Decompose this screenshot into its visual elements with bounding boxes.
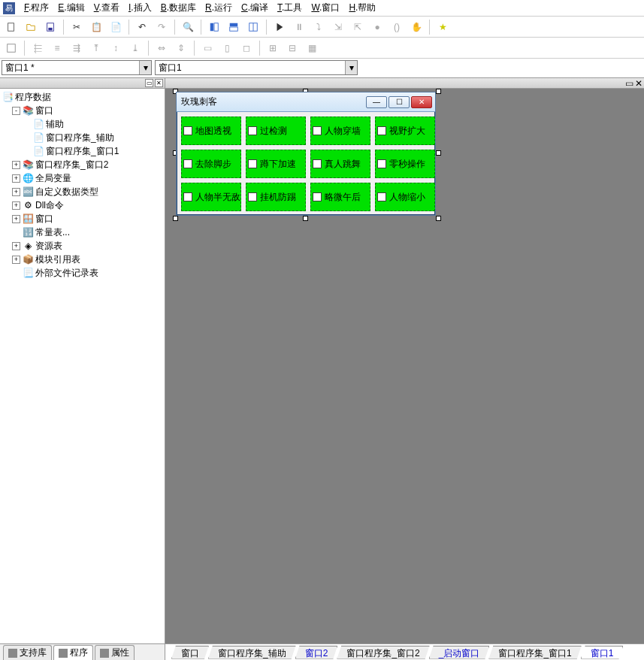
tree-item[interactable]: +🌐全局变量 bbox=[2, 171, 163, 185]
panel-close-icon[interactable]: ✕ bbox=[635, 78, 642, 89]
expand-icon[interactable]: + bbox=[12, 188, 20, 196]
expand-icon[interactable]: + bbox=[12, 201, 20, 210]
collapse-icon[interactable]: - bbox=[12, 107, 20, 115]
align1-icon[interactable] bbox=[3, 40, 20, 56]
checkbox-control[interactable]: 人物穿墙 bbox=[310, 117, 370, 145]
checkbox-icon[interactable] bbox=[377, 126, 386, 135]
panel-pin-icon[interactable]: ▭ bbox=[145, 79, 153, 87]
checkbox-icon[interactable] bbox=[377, 159, 386, 168]
bp-icon[interactable]: ● bbox=[369, 19, 385, 35]
expand-icon[interactable]: + bbox=[12, 161, 20, 169]
menu-item[interactable]: F.程序 bbox=[20, 1, 53, 14]
cut-icon[interactable]: ✂ bbox=[68, 19, 85, 35]
menu-item[interactable]: R.运行 bbox=[201, 1, 237, 14]
resize-handle[interactable] bbox=[303, 216, 308, 221]
checkbox-control[interactable]: 零秒操作 bbox=[375, 150, 435, 178]
editor-tab[interactable]: 窗口2 bbox=[295, 646, 338, 659]
layout1-icon[interactable] bbox=[206, 19, 222, 35]
editor-tab[interactable]: 窗口程序集_辅助 bbox=[208, 646, 296, 659]
checkbox-icon[interactable] bbox=[248, 159, 257, 168]
resize-handle[interactable] bbox=[436, 150, 441, 156]
pause-icon[interactable]: ⏸ bbox=[291, 19, 307, 35]
checkbox-control[interactable]: 去除脚步 bbox=[181, 150, 241, 178]
checkbox-icon[interactable] bbox=[183, 126, 192, 135]
redo-icon[interactable]: ↷ bbox=[153, 19, 170, 35]
copy-icon[interactable]: 📋 bbox=[88, 19, 104, 35]
tree-item[interactable]: +◈资源表 bbox=[2, 239, 163, 253]
left-tab[interactable]: 支持库 bbox=[3, 645, 52, 660]
checkbox-icon[interactable] bbox=[377, 192, 386, 201]
build-icon[interactable]: ★ bbox=[434, 19, 451, 35]
hand-icon[interactable]: ✋ bbox=[408, 19, 425, 35]
editor-tab[interactable]: 窗口程序集_窗口2 bbox=[337, 646, 429, 659]
run-icon[interactable] bbox=[271, 19, 288, 35]
open-icon[interactable] bbox=[23, 19, 39, 35]
tree-item[interactable]: 📃外部文件记录表 bbox=[2, 266, 163, 280]
menu-item[interactable]: I.插入 bbox=[124, 1, 156, 14]
tree-item[interactable]: +📚窗口程序集_窗口2 bbox=[2, 158, 163, 171]
checkbox-control[interactable]: 地图透视 bbox=[181, 117, 241, 145]
tree-item[interactable]: +⚙Dll命令 bbox=[2, 198, 163, 212]
step-into-icon[interactable]: ⇲ bbox=[330, 19, 346, 35]
checkbox-control[interactable]: 真人跳舞 bbox=[310, 150, 370, 178]
editor-tab[interactable]: 窗口1 bbox=[581, 646, 624, 659]
tree-root[interactable]: 📑 程序数据 bbox=[2, 90, 163, 104]
checkbox-control[interactable]: 略微午后 bbox=[310, 183, 370, 211]
left-tab[interactable]: 程序 bbox=[53, 645, 93, 660]
paste-icon[interactable]: 📄 bbox=[107, 19, 124, 35]
dropdown-arrow-icon[interactable]: ▾ bbox=[139, 61, 151, 74]
checkbox-control[interactable]: 人物缩小 bbox=[375, 183, 435, 211]
tree-item[interactable]: +📦模块引用表 bbox=[2, 253, 163, 266]
undo-icon[interactable]: ↶ bbox=[134, 19, 150, 35]
checkbox-icon[interactable] bbox=[248, 192, 257, 201]
maximize-icon[interactable]: ☐ bbox=[389, 96, 410, 108]
expand-icon[interactable]: + bbox=[12, 174, 20, 183]
checkbox-control[interactable]: 人物半无敌 bbox=[181, 183, 241, 211]
minimize-icon[interactable]: — bbox=[366, 96, 387, 108]
tree-item[interactable]: +🔤自定义数据类型 bbox=[2, 185, 163, 198]
dropdown-arrow-icon[interactable]: ▾ bbox=[345, 61, 357, 74]
tree-item[interactable]: 📄辅助 bbox=[2, 117, 163, 131]
panel-pin-icon[interactable]: ▭ bbox=[625, 78, 633, 89]
checkbox-icon[interactable] bbox=[313, 126, 322, 135]
menu-item[interactable]: B.数据库 bbox=[156, 1, 201, 14]
checkbox-control[interactable]: 视野扩大 bbox=[375, 117, 435, 145]
step-over-icon[interactable]: ⤵ bbox=[310, 19, 327, 35]
layout2-icon[interactable] bbox=[225, 19, 242, 35]
new-icon[interactable] bbox=[3, 19, 20, 35]
menu-item[interactable]: E.编辑 bbox=[53, 1, 89, 14]
design-surface[interactable]: 玫瑰刺客 — ☐ ✕ 地图透视过检测人物穿墙视野扩大去除脚步蹲下加速真人跳舞零秒… bbox=[165, 89, 644, 643]
find-icon[interactable]: 🔍 bbox=[180, 19, 196, 35]
expand-icon[interactable]: + bbox=[12, 215, 20, 223]
resize-handle[interactable] bbox=[173, 216, 178, 221]
bp2-icon[interactable]: () bbox=[389, 19, 405, 35]
checkbox-control[interactable]: 挂机防踢 bbox=[246, 183, 306, 211]
project-tree[interactable]: 📑 程序数据 -📚窗口📄辅助📄窗口程序集_辅助📄窗口程序集_窗口1+📚窗口程序集… bbox=[0, 89, 165, 643]
menu-item[interactable]: H.帮助 bbox=[344, 1, 380, 14]
editor-tab[interactable]: 窗口程序集_窗口1 bbox=[488, 646, 581, 659]
checkbox-icon[interactable] bbox=[313, 159, 322, 168]
editor-tab[interactable]: 窗口 bbox=[171, 646, 209, 659]
checkbox-icon[interactable] bbox=[183, 159, 192, 168]
resize-handle[interactable] bbox=[436, 216, 441, 221]
panel-close-icon[interactable]: ✕ bbox=[155, 79, 163, 87]
tree-item[interactable]: +🪟窗口 bbox=[2, 212, 163, 226]
resize-handle[interactable] bbox=[436, 89, 441, 94]
menu-item[interactable]: T.工具 bbox=[273, 1, 307, 14]
checkbox-icon[interactable] bbox=[313, 192, 322, 201]
menu-item[interactable]: C.编译 bbox=[237, 1, 273, 14]
tree-item[interactable]: 📄窗口程序集_窗口1 bbox=[2, 144, 163, 158]
object-selector-2[interactable]: 窗口1 ▾ bbox=[155, 60, 358, 75]
checkbox-icon[interactable] bbox=[183, 192, 192, 201]
left-tab[interactable]: 属性 bbox=[95, 645, 135, 660]
checkbox-control[interactable]: 蹲下加速 bbox=[246, 150, 306, 178]
save-icon[interactable] bbox=[42, 19, 59, 35]
checkbox-control[interactable]: 过检测 bbox=[246, 117, 306, 145]
expand-icon[interactable]: + bbox=[12, 256, 20, 264]
designed-window[interactable]: 玫瑰刺客 — ☐ ✕ 地图透视过检测人物穿墙视野扩大去除脚步蹲下加速真人跳舞零秒… bbox=[176, 92, 436, 216]
step-out-icon[interactable]: ⇱ bbox=[349, 19, 366, 35]
menu-item[interactable]: W.窗口 bbox=[307, 1, 344, 14]
checkbox-icon[interactable] bbox=[248, 126, 257, 135]
editor-tab[interactable]: _启动窗口 bbox=[429, 646, 490, 659]
expand-icon[interactable]: + bbox=[12, 242, 20, 250]
